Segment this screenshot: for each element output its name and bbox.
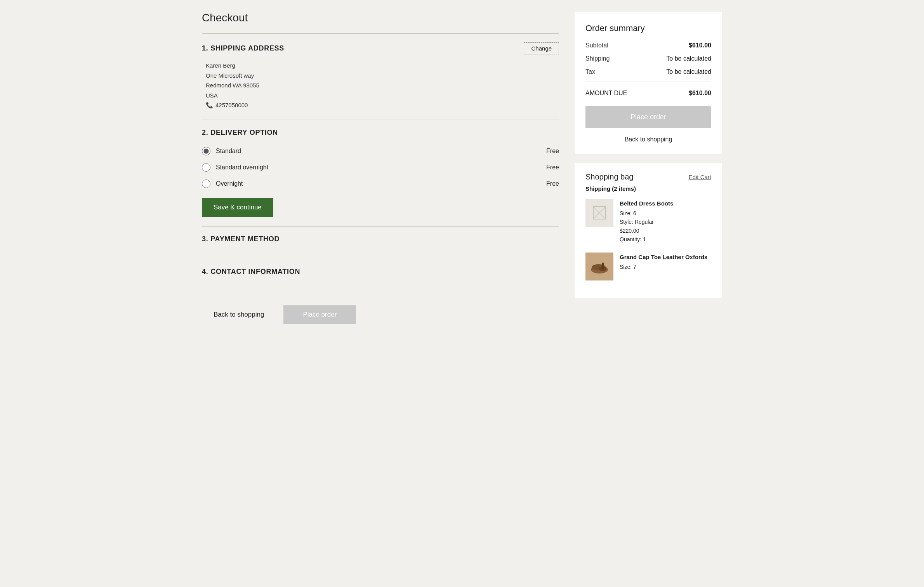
delivery-label-overnight[interactable]: Overnight [216,180,541,187]
bag-item-1: Belted Dress Boots Size: 6 Style: Regula… [585,199,711,244]
bag-item-2: Grand Cap Toe Leather Oxfords Size: 7 [585,253,711,280]
shipping-address-title: 1. SHIPPING ADDRESS [202,44,284,52]
address-phone: 📞 4257058000 [206,100,559,110]
delivery-option-standard: Standard Free [202,143,559,159]
subtotal-label: Subtotal [585,42,608,49]
bag-item-1-image [585,199,613,227]
delivery-radio-standard-overnight[interactable] [202,163,210,172]
summary-divider [585,82,711,82]
amount-due-row: AMOUNT DUE $610.00 [585,88,711,97]
order-summary-title: Order summary [585,23,711,33]
bag-item-1-name: Belted Dress Boots [620,199,673,208]
address-name: Karen Berg [206,61,559,71]
back-to-shopping-button-sidebar[interactable]: Back to shopping [585,134,711,145]
address-country: USA [206,91,559,101]
bag-item-1-price: $220.00 [620,226,673,235]
delivery-price-standard-overnight: Free [546,164,559,171]
tax-value: To be calculated [666,68,711,75]
delivery-option-title: 2. DELIVERY OPTION [202,129,278,137]
shipping-address-section: 1. SHIPPING ADDRESS Change Karen Berg On… [202,33,559,120]
contact-info-section: 4. CONTACT INFORMATION [202,259,559,291]
shipping-items-label: Shipping (2 items) [585,185,711,192]
delivery-price-overnight: Free [546,180,559,187]
image-placeholder-icon [592,206,606,220]
bag-item-2-size: Size: 7 [620,263,707,271]
bag-item-1-style: Style: Regular [620,218,673,226]
summary-row-tax: Tax To be calculated [585,68,711,75]
edit-cart-button[interactable]: Edit Cart [689,174,711,180]
svg-rect-6 [602,263,604,269]
shopping-bag-card: Shopping bag Edit Cart Shipping (2 items… [575,163,722,298]
shopping-bag-title: Shopping bag [585,172,633,181]
subtotal-value: $610.00 [689,42,711,49]
delivery-options-list: Standard Free Standard overnight Free Ov… [202,143,559,192]
bottom-actions: Back to shopping Place order [202,305,559,324]
summary-row-subtotal: Subtotal $610.00 [585,42,711,49]
order-summary-card: Order summary Subtotal $610.00 Shipping … [575,12,722,154]
save-continue-button[interactable]: Save & continue [202,198,273,217]
tax-label: Tax [585,68,595,75]
shipping-value: To be calculated [666,55,711,62]
bag-item-1-quantity: Quantity: 1 [620,235,673,244]
delivery-option-overnight: Overnight Free [202,176,559,192]
address-city: Redmond WA 98055 [206,80,559,91]
page-title: Checkout [202,12,559,24]
amount-due-label: AMOUNT DUE [585,90,627,97]
address-block: Karen Berg One Microsoft way Redmond WA … [206,61,559,110]
back-to-shopping-button-bottom[interactable]: Back to shopping [202,305,276,324]
delivery-label-standard[interactable]: Standard [216,148,541,155]
delivery-radio-overnight[interactable] [202,179,210,188]
payment-method-section: 3. PAYMENT METHOD [202,226,559,259]
delivery-option-section: 2. DELIVERY OPTION Standard Free Standar… [202,120,559,226]
amount-due-value: $610.00 [689,90,711,97]
delivery-option-standard-overnight: Standard overnight Free [202,159,559,176]
bag-item-1-size: Size: 6 [620,209,673,218]
delivery-label-standard-overnight[interactable]: Standard overnight [216,164,541,171]
change-address-button[interactable]: Change [524,42,559,54]
delivery-price-standard: Free [546,148,559,155]
bag-item-1-details: Belted Dress Boots Size: 6 Style: Regula… [620,199,673,244]
phone-icon: 📞 [206,100,213,110]
shoe-image-icon [588,255,611,278]
address-street: One Microsoft way [206,71,559,81]
bag-item-2-image [585,253,613,280]
payment-method-title: 3. PAYMENT METHOD [202,235,280,243]
shipping-label: Shipping [585,55,610,62]
bag-item-2-name: Grand Cap Toe Leather Oxfords [620,253,707,262]
sidebar: Order summary Subtotal $610.00 Shipping … [575,12,722,298]
place-order-button-bottom[interactable]: Place order [283,305,356,324]
place-order-button-sidebar[interactable]: Place order [585,106,711,128]
delivery-radio-standard[interactable] [202,147,210,155]
shopping-bag-header: Shopping bag Edit Cart [585,172,711,181]
contact-info-title: 4. CONTACT INFORMATION [202,268,300,276]
bag-item-2-details: Grand Cap Toe Leather Oxfords Size: 7 [620,253,707,280]
summary-row-shipping: Shipping To be calculated [585,55,711,62]
